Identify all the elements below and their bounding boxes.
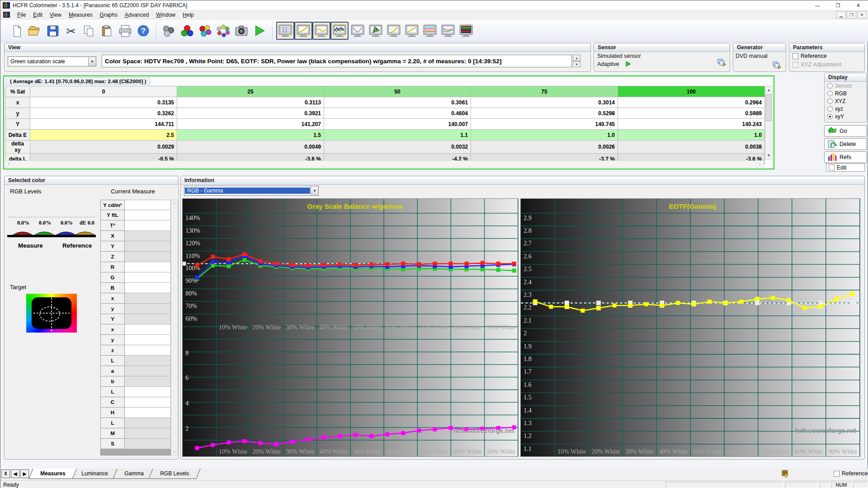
edit-checkbox-box[interactable] [829,164,835,170]
gamma-view-button[interactable] [403,22,421,40]
continuous-measures-button[interactable] [214,22,232,40]
minimize-button[interactable]: ― [807,0,828,10]
cell[interactable]: 1.0 [618,130,765,141]
scale-selector-dropdown[interactable]: Green saturation scale ▼ [8,56,96,66]
table-vertical-scrollbar[interactable]: ▲ ▼ [765,86,773,160]
cell[interactable]: 0.3135 [30,97,177,108]
free-graph-view-button[interactable] [457,22,475,40]
spinner-up-icon[interactable]: ▲ [573,55,580,61]
open-folder-button[interactable] [26,22,44,40]
menu-file[interactable]: File [14,11,29,19]
nearblack-view-button[interactable] [349,22,367,40]
generator-config-icon[interactable] [773,61,782,69]
cell[interactable]: 0.3921 [177,108,324,119]
copy-button[interactable] [80,22,98,40]
mdi-minimize-button[interactable]: ▁ [836,11,846,19]
graph-selector-dropdown[interactable]: RGB - Gamma ▼ [184,186,319,196]
next-tab-button[interactable]: ▶ [20,469,29,478]
edit-checkbox[interactable]: Edit [826,163,865,172]
menu-advanced[interactable]: Advanced [121,11,152,19]
save-button[interactable] [44,22,62,40]
cell[interactable]: 0.0049 [177,141,324,154]
scroll-down-icon[interactable]: ∨ [173,450,176,454]
table-row-x[interactable]: x0.31350.31130.30610.30140.2964 [5,97,765,108]
secondaries-measures-button[interactable] [196,22,214,40]
cell[interactable]: 0.5298 [471,108,618,119]
sat-col-header-75[interactable]: 75 [471,86,618,97]
snapshot-button[interactable] [232,22,250,40]
print-button[interactable] [116,22,134,40]
statusbar-reference-checkbox[interactable]: Reference [834,470,868,477]
scroll-down-icon[interactable]: ▼ [765,152,772,159]
run-measures-button[interactable] [250,22,269,40]
cell[interactable]: 0.3014 [471,97,618,108]
spinner-down-icon[interactable]: ▼ [573,61,580,67]
reference-checkbox[interactable]: Reference [793,53,827,59]
refs-button[interactable]: Refs [824,151,867,163]
current-measure-scrollbar[interactable]: ∧ ∨ [171,200,178,455]
paste-button[interactable] [98,22,116,40]
mdi-close-button[interactable]: ✕ [857,11,867,19]
primaries-measures-button[interactable] [178,22,196,40]
menu-view[interactable]: View [46,11,65,19]
sat-col-header-100[interactable]: 100 [618,86,765,97]
rgb-balance-view-button[interactable] [330,22,349,40]
cell[interactable]: 1.5 [177,130,324,141]
cell[interactable]: 0.3262 [30,108,177,119]
cell[interactable]: 2.5 [30,130,177,141]
sat-col-header-0[interactable]: 0 [30,86,177,97]
table-vscroll-thumb[interactable] [766,94,772,121]
close-button[interactable]: ✕ [848,0,868,10]
saturation-view-button[interactable] [439,22,457,40]
chevron-down-icon[interactable]: ▼ [311,186,318,195]
eotf-gamma-chart[interactable]: 2.92.82.72.62.52.42.32.22.121.91.81.71.6… [520,198,860,457]
menu-graphs[interactable]: Graphs [96,11,121,19]
menu-window[interactable]: Window [152,11,179,19]
cell[interactable]: 144.711 [30,119,177,130]
saturation-table[interactable]: % Sat0255075100x0.31350.31130.30610.3014… [5,86,765,164]
cell[interactable]: 0.2964 [618,97,765,108]
cell[interactable]: 1.1 [324,130,471,141]
display-radio-xyz[interactable]: XYZ [825,97,866,105]
radio-icon[interactable] [827,91,833,96]
cell[interactable]: 140.243 [618,119,765,130]
display-radio-xyy[interactable]: xyY [825,113,866,120]
cell[interactable]: 1.0 [471,130,618,141]
cell[interactable]: 141.207 [177,119,324,130]
luminance-view-button[interactable] [385,22,403,40]
scroll-up-icon[interactable]: ▲ [765,86,772,94]
cell[interactable]: 0.3113 [177,97,324,108]
statusbar-reference-box[interactable] [834,471,840,477]
menu-measures[interactable]: Measures [65,11,96,19]
measures-table-view-button[interactable] [276,22,294,40]
scroll-left-icon[interactable]: ‹ [5,161,13,167]
sensor-config-icon[interactable] [717,58,726,66]
table-row-y[interactable]: y0.32620.39210.46040.52980.5989 [5,108,765,119]
reference-checkbox-box[interactable] [793,53,798,59]
radio-icon[interactable] [827,114,833,119]
scroll-right-icon[interactable]: › [756,161,764,167]
go-button[interactable]: Go [824,125,867,137]
table-row-Y[interactable]: Y144.711141.207140.007140.745140.243 [5,119,765,130]
cut-button[interactable]: ✂ [62,22,80,40]
help-button[interactable]: ? [134,22,152,40]
chevron-down-icon[interactable]: ▼ [88,57,96,66]
table-horizontal-scrollbar[interactable]: ‹ › [5,160,764,168]
cell[interactable]: 0.0032 [324,141,471,154]
restore-button[interactable]: ❐ [828,0,848,10]
new-document-button[interactable] [8,22,26,40]
color-temp-view-button[interactable] [421,22,439,40]
cell[interactable]: 0.5989 [618,108,765,119]
table-row-Delta-E[interactable]: Delta E2.51.51.11.01.0 [5,130,765,141]
gamma-curve-view-button[interactable] [294,22,312,40]
cell[interactable]: 140.007 [324,119,471,130]
tab-rgb-levels[interactable]: RGB Levels [148,469,200,479]
grayscale-balance-chart[interactable]: 140%130%120%110%100%90%80%70%60%864210% … [182,198,519,457]
display-radio-xyz[interactable]: xyz [825,105,866,113]
close-view-button[interactable]: X [1,469,10,478]
delete-button[interactable]: Delete [824,138,867,150]
cie-chart-view-button[interactable] [367,22,385,40]
cell[interactable]: 0.3061 [324,97,471,108]
cell[interactable]: 0.0038 [618,141,765,154]
tab-luminance[interactable]: Luminance [70,469,120,479]
